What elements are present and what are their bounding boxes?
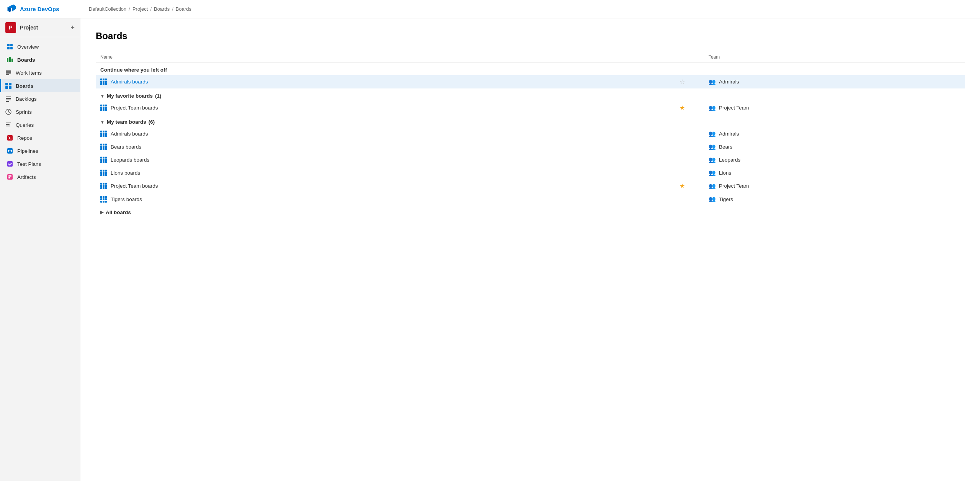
chevron-down-icon: ▼ xyxy=(100,94,105,98)
svg-rect-3 xyxy=(10,47,13,49)
team-icon: 👥 xyxy=(709,169,716,176)
board-grid-icon xyxy=(100,157,107,163)
page-title: Boards xyxy=(96,31,965,41)
team-icon: 👥 xyxy=(709,143,716,150)
table-row[interactable]: Leopards boards 👥Leopards xyxy=(96,153,965,166)
board-name-text: Tigers boards xyxy=(111,196,142,202)
team-name: Admirals xyxy=(719,131,739,137)
team-icon: 👥 xyxy=(709,196,716,203)
work-items-icon xyxy=(5,69,12,76)
svg-rect-4 xyxy=(7,58,8,62)
star-cell[interactable] xyxy=(661,140,704,153)
board-grid-icon xyxy=(100,183,107,189)
table-row[interactable]: Project Team boards ★ 👥 Project Team xyxy=(96,101,965,115)
star-cell[interactable] xyxy=(661,193,704,206)
backlogs-icon xyxy=(5,95,12,102)
sidebar-item-pipelines[interactable]: Pipelines xyxy=(0,144,80,157)
board-name-text: Admirals boards xyxy=(111,131,148,137)
table-row[interactable]: Tigers boards 👥Tigers xyxy=(96,193,965,206)
boards-table: Name Team Continue where you left off xyxy=(96,52,965,219)
svg-rect-8 xyxy=(6,72,11,74)
topbar: Azure DevOps DefaultCollection / Project… xyxy=(0,0,980,18)
table-row[interactable]: Bears boards 👥Bears xyxy=(96,140,965,153)
star-cell[interactable] xyxy=(661,127,704,140)
star-icon-filled[interactable]: ★ xyxy=(679,105,685,111)
all-boards-row[interactable]: ▶ All boards xyxy=(96,206,965,219)
chevron-right-icon: ▶ xyxy=(100,210,103,215)
svg-rect-2 xyxy=(7,47,10,49)
svg-rect-14 xyxy=(6,97,11,97)
table-row[interactable]: Admirals boards ☆ 👥 Admirals xyxy=(96,75,965,88)
team-icon: 👥 xyxy=(709,105,716,111)
sidebar-item-artifacts-label: Artifacts xyxy=(17,174,36,180)
breadcrumb-item-4[interactable]: Boards xyxy=(176,6,191,12)
favorite-section-text: My favorite boards xyxy=(107,93,153,99)
sidebar-item-overview-label: Overview xyxy=(17,44,39,50)
team-name: Project Team xyxy=(719,105,749,111)
boards-section-icon xyxy=(7,56,13,63)
board-name-cell: Project Team boards xyxy=(96,101,661,115)
logo[interactable]: Azure DevOps xyxy=(6,4,83,15)
svg-rect-29 xyxy=(8,175,11,177)
add-project-button[interactable]: + xyxy=(70,24,75,31)
favorite-section-count: (1) xyxy=(155,93,162,99)
sidebar-item-backlogs[interactable]: Backlogs xyxy=(0,92,80,105)
team-name: Tigers xyxy=(719,196,733,202)
board-name-text: Lions boards xyxy=(111,170,140,176)
team-icon: 👥 xyxy=(709,79,716,85)
table-row[interactable]: Lions boards 👥Lions xyxy=(96,166,965,179)
breadcrumb-sep-3: / xyxy=(172,6,173,12)
team-icon: 👥 xyxy=(709,130,716,137)
svg-rect-20 xyxy=(6,124,10,125)
chevron-down-icon: ▼ xyxy=(100,120,105,124)
star-cell[interactable]: ★ xyxy=(661,179,704,193)
svg-rect-1 xyxy=(10,44,13,46)
team-section-label[interactable]: ▼ My team boards (6) xyxy=(96,115,965,127)
star-cell[interactable] xyxy=(661,166,704,179)
star-cell[interactable]: ★ xyxy=(661,101,704,115)
board-name-link[interactable]: Admirals boards xyxy=(111,79,148,85)
sidebar-item-pipelines-label: Pipelines xyxy=(17,148,38,154)
sidebar-item-repos[interactable]: Repos xyxy=(0,131,80,144)
sidebar-item-queries-label: Queries xyxy=(16,122,34,128)
sidebar-item-overview[interactable]: Overview xyxy=(0,40,80,53)
board-name-text: Leopards boards xyxy=(111,157,149,163)
sidebar-item-artifacts[interactable]: Artifacts xyxy=(0,170,80,183)
sidebar-item-queries[interactable]: Queries xyxy=(0,118,80,131)
team-section-text: My team boards xyxy=(107,119,146,125)
favorite-section-label[interactable]: ▼ My favorite boards (1) xyxy=(96,88,965,101)
board-name-text: Bears boards xyxy=(111,144,141,150)
sidebar-item-work-items-label: Work Items xyxy=(16,70,42,76)
breadcrumb-item-2[interactable]: Project xyxy=(132,6,148,12)
team-name: Bears xyxy=(719,144,732,150)
table-header-row: Name Team xyxy=(96,52,965,62)
team-cell: 👥 Admirals xyxy=(704,75,965,88)
svg-rect-15 xyxy=(6,98,11,99)
star-icon-empty[interactable]: ☆ xyxy=(679,79,685,85)
svg-rect-16 xyxy=(6,100,11,100)
breadcrumb-sep-2: / xyxy=(150,6,152,12)
svg-rect-7 xyxy=(6,70,11,72)
star-cell[interactable] xyxy=(661,153,704,166)
sidebar-item-sprints[interactable]: Sprints xyxy=(0,105,80,118)
artifacts-icon xyxy=(7,173,13,180)
board-grid-icon xyxy=(100,170,107,176)
sidebar-item-boards[interactable]: Boards xyxy=(0,79,80,92)
sprints-icon xyxy=(5,108,12,115)
sidebar-item-work-items[interactable]: Work Items xyxy=(0,66,80,79)
sidebar-nav: Overview Boards Work Items xyxy=(0,37,80,187)
table-row[interactable]: Project Team boards ★ 👥Project Team xyxy=(96,179,965,193)
table-row[interactable]: Admirals boards 👥Admirals xyxy=(96,127,965,140)
sidebar-item-test-plans[interactable]: Test Plans xyxy=(0,157,80,170)
sidebar: P Project + Overview Boards xyxy=(0,18,80,481)
star-icon-filled[interactable]: ★ xyxy=(679,183,685,189)
star-cell[interactable]: ☆ xyxy=(661,75,704,88)
svg-point-24 xyxy=(8,150,9,152)
svg-rect-6 xyxy=(11,59,13,62)
board-grid-icon xyxy=(100,144,107,150)
board-grid-icon xyxy=(100,105,107,111)
breadcrumb-item-3[interactable]: Boards xyxy=(154,6,170,12)
breadcrumb-item-1[interactable]: DefaultCollection xyxy=(89,6,126,12)
board-name-cell: Admirals boards xyxy=(96,75,661,88)
name-column-header: Name xyxy=(96,52,661,62)
